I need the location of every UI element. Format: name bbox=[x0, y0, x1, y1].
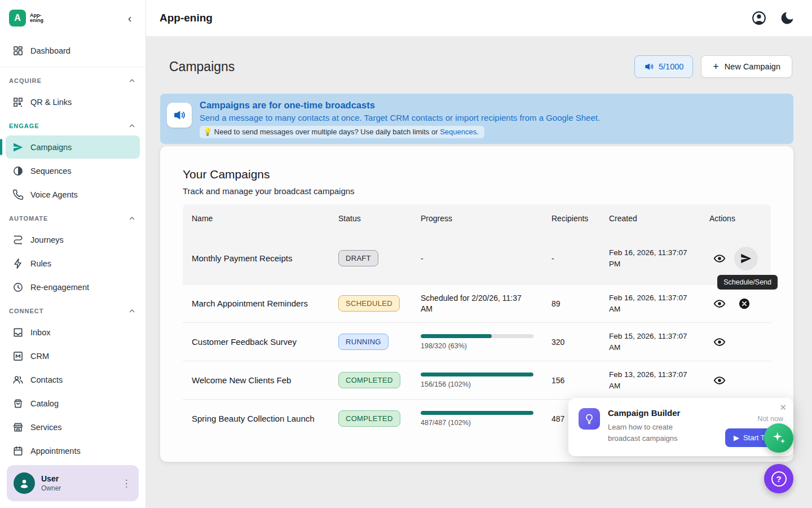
section-connect[interactable]: CONNECT bbox=[0, 302, 145, 320]
sidebar-item-label: CRM bbox=[30, 352, 49, 361]
campaign-name: Monthly Payment Receipts bbox=[183, 246, 329, 271]
sidebar-item-label: Re-engagement bbox=[30, 283, 89, 292]
campaign-builder-popup: ✕ Campaign Builder Learn how to create b… bbox=[568, 398, 793, 456]
crm-icon bbox=[12, 351, 24, 362]
page-head: Campaigns 5/1000 + New Campaign bbox=[160, 55, 793, 78]
card-subtitle: Track and manage your broadcast campaign… bbox=[183, 186, 771, 196]
info-banner: Campaigns are for one-time broadcasts Se… bbox=[160, 94, 793, 144]
help-fab[interactable]: ? bbox=[764, 464, 793, 493]
shopping-bag-icon bbox=[12, 398, 24, 409]
sidebar-item-campaigns[interactable]: Campaigns bbox=[6, 135, 140, 159]
dark-mode-moon-icon[interactable] bbox=[779, 10, 795, 26]
sidebar-item-crm[interactable]: CRM bbox=[6, 344, 140, 367]
sidebar-item-label: Journeys bbox=[30, 235, 64, 244]
sidebar-item-label: Sequences bbox=[30, 167, 72, 176]
sidebar-item-qr-links[interactable]: QR & Links bbox=[6, 90, 140, 113]
megaphone-icon bbox=[173, 108, 186, 122]
sidebar-item-label: Inbox bbox=[30, 328, 50, 337]
sidebar-item-rules[interactable]: Rules bbox=[6, 252, 140, 275]
section-acquire[interactable]: ACQUIRE bbox=[0, 72, 145, 90]
recipients-cell: 156 bbox=[542, 368, 600, 393]
play-icon: ▶ bbox=[734, 433, 739, 442]
card-title: Your Campaigns bbox=[183, 168, 771, 181]
table-row[interactable]: Customer Feedback Survey RUNNING 198/320… bbox=[183, 323, 771, 361]
schedule-send-button[interactable] bbox=[734, 247, 758, 270]
progress-caption: 487/487 (102%) bbox=[421, 419, 533, 427]
created-cell: Feb 16, 2026, 11:37:07 PM bbox=[600, 239, 700, 277]
actions-cell: Schedule/Send bbox=[700, 239, 771, 278]
sidebar-item-journeys[interactable]: Journeys bbox=[6, 228, 140, 251]
user-avatar bbox=[14, 472, 35, 494]
app-logo: A bbox=[9, 10, 26, 27]
view-button[interactable] bbox=[709, 332, 730, 352]
sidebar-item-catalog[interactable]: Catalog bbox=[6, 392, 140, 415]
sidebar-item-dashboard[interactable]: Dashboard bbox=[6, 39, 140, 62]
sidebar-item-sequences[interactable]: Sequences bbox=[6, 159, 140, 182]
campaign-quota-badge[interactable]: 5/1000 bbox=[634, 55, 693, 78]
view-button[interactable] bbox=[709, 370, 730, 391]
col-name: Name bbox=[183, 214, 329, 223]
section-automate[interactable]: AUTOMATE bbox=[0, 209, 145, 227]
campaign-name: Welcome New Clients Feb bbox=[183, 367, 329, 393]
table-header: Name Status Progress Recipients Created … bbox=[183, 204, 771, 233]
send-icon bbox=[12, 142, 24, 153]
view-button[interactable] bbox=[709, 294, 730, 314]
created-cell: Feb 13, 2026, 11:37:07 AM bbox=[600, 361, 700, 399]
sidebar-item-inbox[interactable]: Inbox bbox=[6, 321, 140, 344]
progress-cell: 487/487 (102%) bbox=[412, 403, 542, 435]
col-recipients: Recipients bbox=[542, 214, 600, 223]
content: Campaigns 5/1000 + New Campaign bbox=[146, 36, 812, 508]
sidebar-item-appointments[interactable]: Appointments bbox=[6, 439, 140, 462]
progress-caption: 156/156 (102%) bbox=[421, 380, 533, 388]
popup-body-text: Learn how to create broadcast campaigns bbox=[608, 422, 692, 444]
not-now-link[interactable]: Not now bbox=[757, 415, 783, 423]
sequences-link[interactable]: Sequences bbox=[440, 128, 476, 136]
eye-icon bbox=[713, 297, 726, 310]
banner-subtitle: Send a message to many contacts at once.… bbox=[200, 113, 600, 122]
sidebar-item-services[interactable]: Services bbox=[6, 415, 140, 439]
new-campaign-button[interactable]: + New Campaign bbox=[701, 55, 792, 78]
account-icon[interactable] bbox=[751, 10, 767, 26]
campaign-name: March Appointment Reminders bbox=[183, 291, 329, 316]
close-icon[interactable]: ✕ bbox=[779, 402, 787, 413]
status-badge: RUNNING bbox=[338, 334, 389, 350]
table-row[interactable]: Monthly Payment Receipts DRAFT - - Feb 1… bbox=[183, 233, 771, 284]
sidebar-item-re-engagement[interactable]: Re-engagement bbox=[6, 275, 140, 299]
sidebar-collapse-button[interactable]: ‹ bbox=[122, 10, 138, 26]
sidebar-item-label: Campaigns bbox=[30, 143, 72, 152]
schedule-send-tooltip: Schedule/Send bbox=[717, 275, 778, 290]
created-cell: Feb 16, 2026, 11:37:07 AM bbox=[600, 284, 700, 322]
ai-assistant-fab[interactable] bbox=[764, 423, 793, 453]
progress-bar bbox=[421, 373, 533, 376]
sidebar-item-contacts[interactable]: Contacts bbox=[6, 368, 140, 391]
table-row[interactable]: March Appointment Reminders SCHEDULED Sc… bbox=[183, 284, 771, 323]
send-icon bbox=[740, 252, 752, 265]
user-card[interactable]: User Owner ⋮ bbox=[7, 465, 139, 501]
chevron-up-icon bbox=[127, 121, 136, 130]
progress-cell: 198/320 (63%) bbox=[412, 326, 542, 358]
view-button[interactable] bbox=[709, 248, 730, 269]
user-role: Owner bbox=[41, 484, 113, 492]
col-progress: Progress bbox=[412, 214, 542, 223]
user-menu-button[interactable]: ⋮ bbox=[120, 478, 133, 489]
sidebar-item-voice-agents[interactable]: Voice Agents bbox=[6, 183, 140, 206]
section-engage[interactable]: ENGAGE bbox=[0, 117, 145, 135]
inbox-icon bbox=[12, 327, 24, 338]
clock-icon bbox=[12, 282, 24, 293]
recipients-cell: - bbox=[542, 246, 600, 271]
col-created: Created bbox=[600, 214, 700, 223]
banner-title: Campaigns are for one-time broadcasts bbox=[200, 100, 600, 111]
dashboard-icon bbox=[12, 45, 24, 56]
lightbulb-icon bbox=[584, 413, 595, 424]
sidebar-item-label: Services bbox=[30, 423, 62, 432]
chevron-up-icon bbox=[127, 306, 136, 316]
table-row[interactable]: Welcome New Clients Feb COMPLETED 156/15… bbox=[183, 361, 771, 400]
banner-tip: 💡 Need to send messages over multiple da… bbox=[200, 126, 484, 138]
banner-icon-box bbox=[167, 103, 192, 128]
progress-cell: 156/156 (102%) bbox=[412, 365, 542, 396]
main-area: App-ening Campaigns 5/1000 + New Campaig… bbox=[146, 0, 812, 508]
status-badge: COMPLETED bbox=[338, 410, 400, 427]
page-title: Campaigns bbox=[169, 59, 235, 75]
cancel-button[interactable] bbox=[734, 294, 754, 314]
divider bbox=[0, 67, 145, 67]
